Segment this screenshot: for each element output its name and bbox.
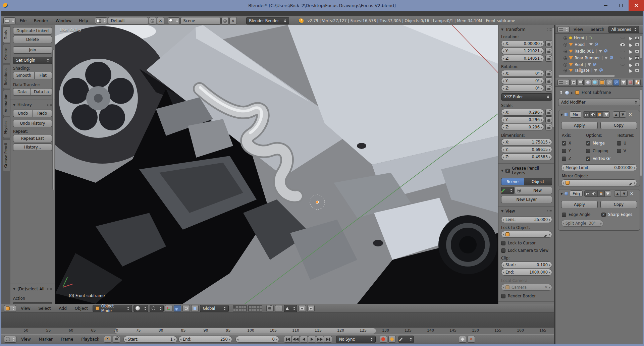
- viewport-3d[interactable]: User Ortho (0) Front subframe: [55, 25, 498, 304]
- transform-panel-header[interactable]: ▼ Transform: [501, 27, 552, 32]
- modifier-move-up-button[interactable]: ▲: [614, 190, 621, 197]
- outliner-row-rear-bumper[interactable]: Rear Bumper|: [555, 55, 643, 61]
- frame-start-field[interactable]: Start:1: [123, 336, 177, 343]
- undo-button[interactable]: Undo: [13, 110, 33, 117]
- redo-button[interactable]: Redo: [33, 110, 52, 117]
- tab-physics[interactable]: Physics: [3, 117, 10, 138]
- data-layout-transfer-button[interactable]: Data La: [31, 88, 52, 96]
- lock-scale-x-button[interactable]: [545, 109, 552, 116]
- history-panel-header[interactable]: ▼ History: [13, 103, 52, 107]
- axis-y-checkbox[interactable]: [562, 149, 566, 153]
- gp-new-button[interactable]: New: [523, 187, 552, 194]
- toolshelf-scrollbar[interactable]: [52, 49, 54, 190]
- tab-constraints[interactable]: [606, 79, 612, 86]
- timeline-editor-selector[interactable]: [4, 336, 16, 343]
- visibility-icon[interactable]: [620, 43, 625, 46]
- axis-z-checkbox[interactable]: [562, 157, 566, 161]
- rotation-x-field[interactable]: X:0°: [501, 70, 544, 77]
- modifier-close-icon[interactable]: ✕: [629, 112, 632, 117]
- menu-window[interactable]: Window: [52, 17, 75, 25]
- sharp-edges-row[interactable]: ✓Sharp Edges: [601, 212, 632, 217]
- keying-set-dropdown[interactable]: [398, 336, 414, 343]
- menu-view[interactable]: View: [17, 304, 34, 312]
- undo-history-button[interactable]: Undo History: [13, 120, 52, 127]
- render-engine-selector[interactable]: Blender Render: [246, 17, 289, 24]
- outliner-menu-view[interactable]: View: [570, 25, 586, 34]
- renderability-icon[interactable]: [635, 43, 639, 46]
- add-scene-button[interactable]: [221, 17, 229, 24]
- selectability-icon[interactable]: [628, 56, 633, 61]
- axis-x-row[interactable]: ✓X: [562, 141, 586, 146]
- maximize-button[interactable]: [613, 0, 629, 11]
- expand-icon[interactable]: [564, 43, 567, 47]
- tl-menu-marker[interactable]: Marker: [35, 335, 56, 344]
- gp-new-layer-button[interactable]: New Layer: [501, 196, 552, 203]
- view-panel-header[interactable]: ▼ View: [501, 209, 552, 214]
- texture-u-checkbox[interactable]: [617, 141, 621, 146]
- clip-start-field[interactable]: Start:0.100: [501, 262, 552, 268]
- panel-grip-icon[interactable]: [547, 28, 552, 31]
- set-origin-dropdown[interactable]: Set Origin: [13, 57, 52, 64]
- location-z-field[interactable]: Z:0.14051: [501, 55, 544, 62]
- renderability-icon[interactable]: [635, 36, 639, 40]
- current-frame-field[interactable]: 0: [235, 336, 279, 343]
- location-x-field[interactable]: X:0.00000: [501, 40, 544, 47]
- grease-pencil-checkbox[interactable]: ✓: [505, 169, 510, 173]
- modifier-move-down-button[interactable]: ▼: [621, 190, 628, 197]
- texture-v-checkbox[interactable]: [617, 149, 621, 153]
- manipulator-scale-button[interactable]: [191, 305, 199, 312]
- lock-scale-z-button[interactable]: [545, 124, 552, 130]
- properties-editor-selector[interactable]: [557, 79, 570, 86]
- gp-data-selector[interactable]: [501, 187, 514, 194]
- tab-tools[interactable]: Tools: [3, 26, 10, 43]
- visibility-icon[interactable]: [621, 37, 625, 39]
- tab-object-data[interactable]: [620, 79, 626, 86]
- viewport-canvas[interactable]: [55, 25, 498, 304]
- clip-end-field[interactable]: End:1000.000: [501, 269, 552, 276]
- vertex-groups-checkbox[interactable]: ✓: [586, 157, 590, 161]
- frame-end-field[interactable]: End:250: [178, 336, 232, 343]
- minimize-button[interactable]: [598, 0, 613, 11]
- shade-flat-button[interactable]: Flat: [34, 72, 52, 79]
- tl-menu-frame[interactable]: Frame: [57, 335, 76, 344]
- outliner-row-hood[interactable]: Hood|: [555, 41, 643, 48]
- eyedropper-icon[interactable]: [544, 232, 548, 236]
- lock-layers-button[interactable]: [266, 305, 274, 312]
- scene-icon-button[interactable]: [168, 17, 180, 24]
- layers-grid-2[interactable]: [248, 305, 262, 311]
- clipping-row[interactable]: Clipping: [586, 149, 617, 153]
- axis-z-row[interactable]: Z: [562, 156, 586, 161]
- renderability-icon[interactable]: [635, 50, 639, 53]
- screen-layout-selector[interactable]: Default: [108, 17, 148, 24]
- duplicate-linked-button[interactable]: Duplicate Linked: [13, 27, 52, 35]
- tab-object[interactable]: [599, 79, 605, 86]
- modifier-close-icon[interactable]: ✕: [630, 191, 634, 196]
- selectability-icon[interactable]: [628, 36, 633, 41]
- tab-render-layers[interactable]: [578, 79, 584, 86]
- lens-field[interactable]: Lens:35.000: [501, 216, 552, 223]
- outliner-menu-search[interactable]: Search: [587, 25, 607, 34]
- jump-to-end-button[interactable]: [324, 336, 332, 343]
- modifier-name-field[interactable]: Edg: [570, 190, 583, 197]
- npanel-scrollbar[interactable]: [552, 27, 554, 128]
- grease-pencil-panel-header[interactable]: ▼ ✓ Grease Pencil Layers: [501, 166, 552, 175]
- dimension-z-field[interactable]: Z:0.49383: [501, 154, 552, 160]
- edge-angle-row[interactable]: Edge Angle: [562, 212, 601, 217]
- modifier-name-field[interactable]: Mir: [570, 111, 581, 118]
- rotation-z-field[interactable]: Z:0°: [501, 85, 544, 92]
- outliner-display-dropdown[interactable]: All Scenes: [608, 26, 639, 33]
- join-button[interactable]: Join: [13, 46, 52, 54]
- modifier-view-toggle[interactable]: [591, 190, 598, 197]
- tab-material[interactable]: [628, 79, 634, 86]
- pivot-dropdown[interactable]: [150, 305, 164, 312]
- menu-file[interactable]: File: [16, 17, 30, 25]
- tab-relations[interactable]: Relations: [3, 65, 10, 89]
- clipping-checkbox[interactable]: [586, 149, 590, 153]
- lock-location-y-button[interactable]: [545, 48, 552, 54]
- opengl-render-anim-button[interactable]: [307, 305, 315, 312]
- scene-selector[interactable]: Scene: [180, 17, 221, 24]
- shading-dropdown[interactable]: [133, 305, 148, 312]
- tab-animation[interactable]: Animation: [3, 90, 10, 116]
- sharp-edges-checkbox[interactable]: ✓: [601, 213, 606, 217]
- edgesplit-modifier-header[interactable]: ▼ Edg ▲ ▼ ✕: [558, 189, 640, 198]
